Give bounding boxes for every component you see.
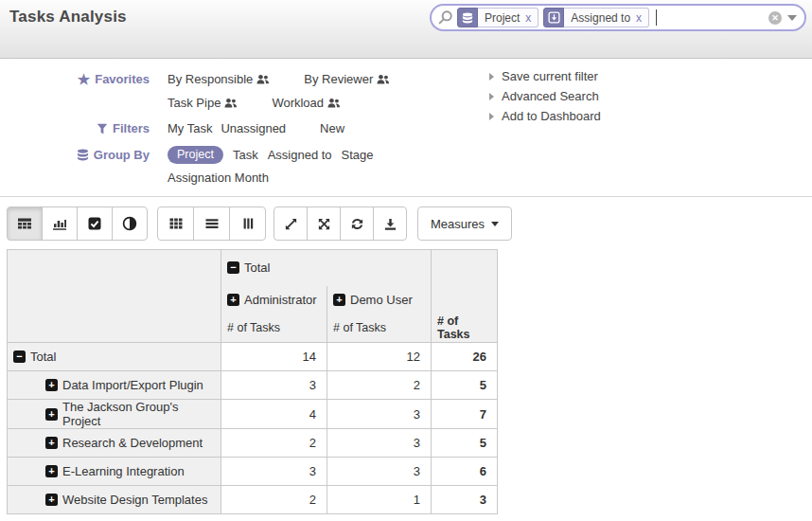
plus-square-icon[interactable] (227, 294, 239, 306)
pivot-row-total: 6 (432, 458, 498, 486)
table-row: Research & Development 2 3 5 (8, 429, 498, 458)
adjust-contrast-view-button[interactable] (112, 207, 148, 241)
pivot-table-view-button[interactable] (7, 207, 43, 241)
plus-square-icon[interactable] (45, 437, 58, 449)
favorites-section-label[interactable]: ★ Favorites (0, 72, 150, 86)
filters-section-label[interactable]: Filters (0, 121, 150, 135)
pivot-value: 14 (221, 343, 327, 371)
plus-square-icon[interactable] (45, 494, 58, 506)
pivot-value: 4 (221, 400, 327, 429)
measures-button[interactable]: Measures (417, 207, 512, 241)
add-to-dashboard[interactable]: Add to Dashboard (489, 109, 601, 123)
check-square-icon (87, 216, 102, 231)
search-facet-assigned-to[interactable]: Assigned to x (543, 8, 649, 27)
table-row-total: Total 14 12 26 (8, 343, 498, 371)
database-icon (457, 8, 478, 27)
minus-square-icon[interactable] (13, 350, 26, 363)
groupby-section-label[interactable]: Group By (0, 148, 150, 162)
pivot-row-header-research-development[interactable]: Research & Development (8, 429, 221, 458)
arrows-alt-icon (317, 217, 331, 231)
tasks-analysis-screen: Tasks Analysis Project x (0, 0, 812, 521)
header-toggle-group (157, 207, 266, 241)
table-row: Website Design Templates 2 1 3 (8, 486, 498, 514)
measure-label-total: # of Tasks (432, 314, 498, 343)
grid-icon (168, 216, 184, 231)
swap-axes-button[interactable] (307, 207, 341, 241)
pivot-value: 3 (221, 458, 327, 486)
disclosure-arrow-icon (489, 113, 494, 120)
adjust-icon (122, 216, 137, 231)
facet-remove-button[interactable]: x (525, 11, 531, 25)
search-facet-project[interactable]: Project x (457, 8, 538, 27)
plus-square-icon[interactable] (45, 465, 58, 477)
groupby-stage[interactable]: Stage (342, 148, 374, 162)
favorite-task-pipe[interactable]: Task Pipe (168, 96, 238, 110)
pivot-col-header-demo-user[interactable]: Demo User (327, 286, 432, 314)
column-headers-button[interactable] (229, 207, 266, 241)
pivot-actions-group (274, 207, 407, 241)
refresh-button[interactable] (340, 207, 374, 241)
measure-label: # of Tasks (327, 314, 432, 343)
groupby-assignation-month[interactable]: Assignation Month (168, 171, 269, 185)
table-row: The Jackson Group's Project 4 3 7 (8, 400, 498, 429)
pivot-value: 1 (327, 486, 432, 514)
groupby-assigned-to[interactable]: Assigned to (268, 148, 332, 162)
plus-square-icon[interactable] (333, 294, 345, 306)
pivot-col-header-administrator[interactable]: Administrator (221, 286, 327, 314)
measure-label: # of Tasks (221, 314, 327, 343)
pivot-corner-cell (8, 250, 221, 343)
minus-square-icon[interactable] (227, 261, 239, 274)
pivot-row-total: 7 (432, 400, 498, 429)
plus-square-icon[interactable] (45, 408, 58, 421)
filter-funnel-icon (97, 123, 108, 135)
search-actions: Save current filter Advanced Search Add … (489, 69, 601, 129)
bar-chart-view-button[interactable] (42, 207, 78, 241)
table-row: Data Import/Export Plugin 3 2 5 (8, 371, 498, 400)
pivot-row-header-total[interactable]: Total (8, 343, 221, 371)
pivot-row-header-website-design-templates[interactable]: Website Design Templates (8, 486, 221, 514)
database-icon (77, 149, 89, 161)
pivot-row-total: 3 (432, 486, 498, 514)
favorite-by-responsible[interactable]: By Responsible (168, 72, 270, 86)
row-headers-button[interactable] (193, 207, 230, 241)
save-current-filter[interactable]: Save current filter (489, 69, 601, 83)
facet-label: Assigned to (571, 11, 630, 25)
pivot-value: 2 (221, 429, 327, 458)
groupby-task[interactable]: Task (233, 148, 258, 162)
top-bar: Tasks Analysis Project x (0, 0, 812, 59)
advanced-search[interactable]: Advanced Search (489, 89, 601, 103)
grid-headers-button[interactable] (157, 207, 194, 241)
pivot-value: 2 (327, 371, 432, 400)
pivot-grand-total-header (432, 250, 498, 314)
filter-unassigned[interactable]: Unassigned (221, 121, 286, 135)
pivot-value: 3 (221, 371, 327, 400)
groupby-project-pill[interactable]: Project (168, 146, 223, 164)
pivot-col-header-total[interactable]: Total (221, 250, 432, 286)
pivot-value: 3 (327, 458, 432, 486)
favorite-workload[interactable]: Workload (272, 96, 341, 110)
favorite-by-reviewer[interactable]: By Reviewer (304, 72, 390, 86)
view-switcher-group (7, 207, 148, 241)
facet-label: Project (485, 11, 520, 25)
pivot-row-total: 26 (432, 343, 498, 371)
expand-all-button[interactable] (274, 207, 308, 241)
facet-remove-button[interactable]: x (636, 11, 642, 25)
filter-my-task[interactable]: My Task (168, 121, 212, 135)
download-button[interactable] (373, 207, 407, 241)
check-square-view-button[interactable] (77, 207, 113, 241)
filter-new[interactable]: New (320, 121, 344, 135)
pivot-value: 2 (221, 486, 327, 514)
people-icon (256, 74, 270, 85)
search-bar[interactable]: Project x Assigned to x (430, 4, 806, 31)
pivot-row-header-jackson-group-project[interactable]: The Jackson Group's Project (8, 400, 221, 429)
plus-square-icon[interactable] (45, 379, 58, 391)
pivot-row-header-elearning-integration[interactable]: E-Learning Integration (8, 458, 221, 486)
pivot-table-icon (17, 216, 32, 231)
table-row: E-Learning Integration 3 3 6 (8, 458, 498, 486)
pivot-row-header-data-import-export-plugin[interactable]: Data Import/Export Plugin (8, 371, 221, 400)
pivot-value: 3 (327, 429, 432, 458)
pivot-row-total: 5 (432, 429, 498, 458)
pivot-value: 12 (327, 343, 432, 371)
clear-search-icon[interactable] (768, 11, 782, 25)
search-dropdown-caret-icon[interactable] (787, 15, 797, 21)
